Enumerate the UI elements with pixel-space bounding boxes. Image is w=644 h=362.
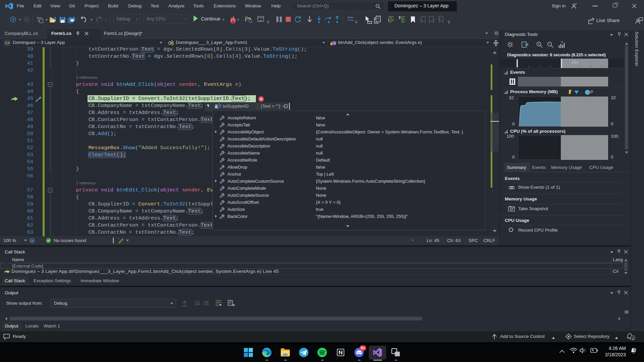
- svg-text:?: ?: [561, 41, 563, 45]
